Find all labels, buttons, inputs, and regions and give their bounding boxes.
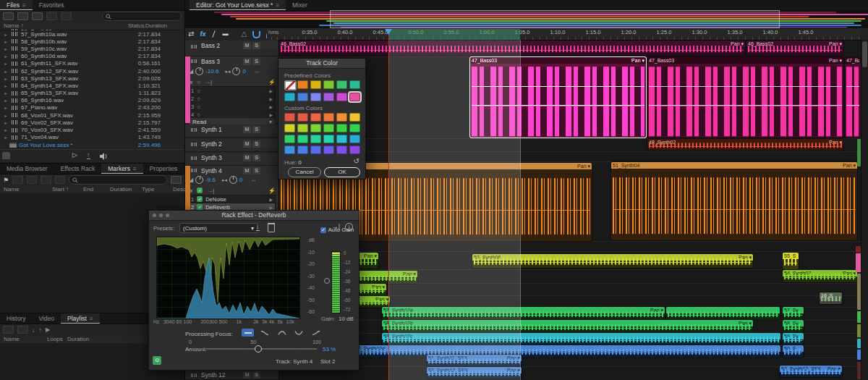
clip-47-bass03[interactable]: 47_Bass03	[845, 57, 861, 138]
playhead-handle[interactable]	[385, 29, 392, 35]
chevron-right-icon[interactable]: ▸	[0, 61, 9, 66]
panel-menu-icon[interactable]: ≡	[133, 166, 137, 172]
pan-value[interactable]: 0	[239, 177, 242, 183]
move-tool-icon[interactable]: ⇄	[188, 29, 194, 39]
volume-value[interactable]: -9.6	[205, 177, 216, 183]
panel-menu-icon[interactable]: ≡	[22, 2, 26, 9]
column-type[interactable]: Type	[142, 186, 154, 193]
slip-tool-icon[interactable]: ▬	[222, 29, 228, 39]
gain-value[interactable]: 10 dB	[339, 316, 354, 322]
clip-46-bass02[interactable]: 46_Bass02Pan ▾	[746, 41, 843, 56]
color-swatch[interactable]	[310, 113, 321, 122]
file-row[interactable]: ▸60_Synth10d.wav2:17.834	[0, 53, 184, 60]
chevron-right-icon[interactable]: ▶	[269, 112, 273, 117]
focus-lowshelf-button[interactable]	[259, 329, 271, 337]
track-header-bass2[interactable]: Bass 2 M S	[185, 41, 278, 56]
clip-54-synth07[interactable]: 54_Synth07Pan ▾	[783, 270, 857, 282]
color-swatch[interactable]	[323, 93, 334, 101]
monitor-input-button[interactable]	[270, 154, 278, 161]
auto-gain-checkbox[interactable]: ✓ Auto Gain	[320, 226, 354, 233]
file-row[interactable]: ▸65_Synth15_SFX.wav1:11.823	[0, 90, 184, 97]
color-swatch[interactable]	[297, 113, 308, 122]
arm-record-button[interactable]	[261, 167, 269, 174]
solo-button[interactable]: S	[252, 58, 260, 65]
new-playlist-icon[interactable]	[3, 326, 14, 334]
chevron-right-icon[interactable]: ▸	[0, 90, 9, 96]
column-start[interactable]: Start ↑	[52, 186, 69, 193]
track-header-synth12[interactable]: Synth 12 M S	[185, 371, 278, 380]
chevron-right-icon[interactable]: ▸	[0, 69, 9, 74]
volume-value[interactable]: -10.6	[205, 68, 218, 75]
monitor-input-button[interactable]	[270, 167, 278, 174]
chevron-right-icon[interactable]: ▸	[0, 46, 9, 51]
solo-button[interactable]: S	[252, 140, 260, 148]
file-row[interactable]: ▸70_Vox03_SFX.wav2:41.559	[0, 126, 184, 133]
color-swatch[interactable]	[310, 80, 321, 89]
column-end[interactable]: End	[83, 186, 93, 193]
solo-button[interactable]: S	[252, 154, 260, 161]
effect-power-icon[interactable]: ○	[197, 104, 200, 110]
chevron-right-icon[interactable]: ▶	[269, 88, 273, 93]
track-header-synth4[interactable]: Synth 4 M S ◢ -9.6 ▸◂ 0 ↔ fx ✓ →|	[185, 166, 278, 214]
volume-knob[interactable]	[195, 176, 203, 184]
panel-menu-icon[interactable]: ≡	[90, 316, 93, 322]
color-swatch[interactable]	[310, 145, 321, 154]
file-row[interactable]: ▸64_Synth14_SFX.wav1:10.321	[0, 82, 184, 89]
focus-flat-button[interactable]	[242, 329, 254, 337]
mute-button[interactable]: M	[243, 126, 251, 133]
snap-magnet-icon[interactable]	[252, 31, 260, 38]
color-swatch[interactable]	[284, 124, 295, 132]
clip-58-sy[interactable]: 58_Sy	[783, 320, 804, 333]
effect-power-icon[interactable]: ✓	[197, 196, 203, 202]
hue-value[interactable]: 0	[298, 159, 301, 166]
amount-slider[interactable]	[190, 348, 317, 350]
fx-slot-empty[interactable]: 2○▶	[189, 95, 275, 103]
fx-slot-empty[interactable]: 1○▶	[189, 87, 275, 95]
track-header-bass3[interactable]: Bass 3 M S ◢ -10.6 ▸◂ 0 ↔ fx ○ →|	[185, 56, 278, 124]
color-swatch[interactable]	[297, 93, 308, 101]
color-swatch[interactable]	[323, 80, 334, 89]
file-row[interactable]: ▸71_Vox04.wav1:43.749	[0, 134, 184, 141]
ruler-selection-region[interactable]	[388, 29, 520, 40]
delete-marker-icon[interactable]	[12, 176, 23, 184]
color-swatch[interactable]	[284, 80, 297, 90]
arm-record-button[interactable]	[261, 154, 269, 161]
vertical-scrollbar[interactable]	[861, 40, 868, 380]
open-file-icon[interactable]	[3, 12, 14, 20]
tab-properties[interactable]: Properties	[143, 164, 184, 174]
markers-search-input[interactable]	[69, 175, 167, 185]
chevron-right-icon[interactable]: ▸	[0, 39, 9, 44]
column-duration[interactable]: Duration	[110, 186, 132, 193]
ok-button[interactable]: OK	[324, 167, 360, 177]
fx-power-icon[interactable]: ○	[197, 79, 200, 85]
playhead-line[interactable]	[388, 34, 389, 380]
tab-editor[interactable]: Editor: Got Your Love.sesx *≡	[190, 0, 286, 10]
file-row[interactable]: ▸57_Synth10a.wav2:17.834	[0, 30, 184, 38]
window-controls[interactable]	[153, 214, 169, 217]
color-swatch[interactable]	[297, 124, 308, 132]
preset-dropdown[interactable]: (Custom)▾	[179, 223, 258, 233]
mute-button[interactable]: M	[243, 140, 251, 148]
speaker-icon[interactable]	[100, 153, 109, 160]
move-up-icon[interactable]: ↑	[39, 326, 43, 334]
color-swatch[interactable]	[336, 80, 347, 89]
color-swatch[interactable]	[310, 124, 321, 132]
add-marker-icon[interactable]: ⚑	[3, 177, 9, 184]
chevron-right-icon[interactable]: ▸	[0, 113, 9, 118]
new-file-icon[interactable]	[32, 12, 43, 20]
color-swatch[interactable]	[349, 135, 360, 143]
cancel-button[interactable]: Cancel	[288, 167, 321, 177]
chevron-right-icon[interactable]: ▸	[0, 135, 9, 140]
delete-playlist-icon[interactable]	[17, 326, 28, 334]
monitor-input-button[interactable]	[270, 42, 278, 49]
monitor-input-button[interactable]	[270, 140, 278, 148]
clip-48-synth02[interactable]: 48_Synth02Pan ▾	[647, 139, 843, 151]
chevron-right-icon[interactable]: ▸	[0, 105, 9, 110]
color-swatch[interactable]	[349, 124, 360, 132]
tab-media-browser[interactable]: Media Browser	[0, 164, 54, 174]
color-swatch[interactable]	[349, 93, 360, 101]
loop-playback-icon[interactable]: ↑	[87, 151, 90, 159]
clip-55-s[interactable]: 55_S	[783, 253, 799, 269]
session-overview-navigator[interactable]	[185, 10, 868, 29]
chevron-right-icon[interactable]: ▸	[0, 120, 9, 125]
